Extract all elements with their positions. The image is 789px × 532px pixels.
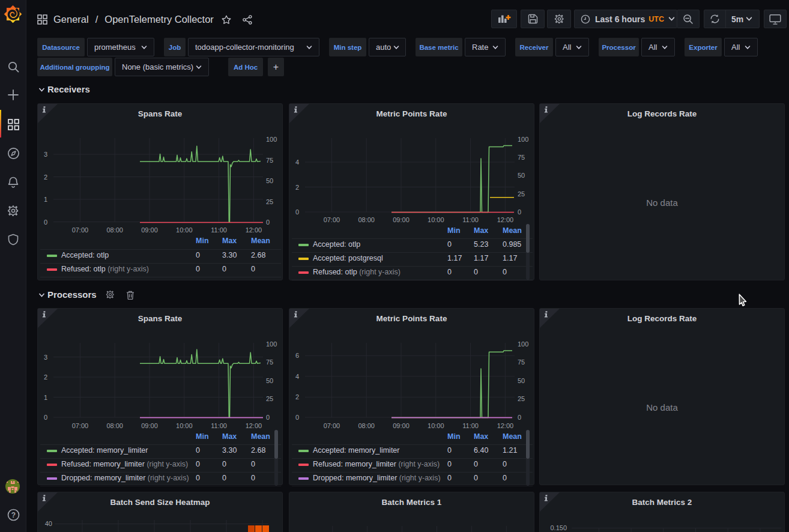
- svg-text:2: 2: [295, 184, 299, 191]
- svg-text:0: 0: [266, 414, 270, 421]
- svg-text:2: 2: [44, 373, 47, 381]
- svg-text:2: 2: [295, 393, 299, 401]
- svg-text:75: 75: [266, 358, 273, 366]
- svg-text:09:00: 09:00: [393, 422, 410, 429]
- svg-text:09:00: 09:00: [141, 422, 158, 429]
- svg-text:50: 50: [266, 377, 273, 384]
- svg-text:12:00: 12:00: [246, 226, 262, 234]
- svg-text:4: 4: [295, 373, 299, 380]
- svg-text:11:00: 11:00: [211, 226, 227, 234]
- svg-text:0: 0: [518, 414, 521, 421]
- svg-text:11:00: 11:00: [462, 422, 479, 429]
- svg-text:0.150: 0.150: [550, 524, 567, 531]
- svg-text:75: 75: [266, 157, 273, 164]
- svg-text:25: 25: [518, 395, 525, 402]
- svg-text:?: ?: [11, 511, 15, 519]
- svg-text:25: 25: [518, 190, 525, 198]
- svg-text:0: 0: [44, 414, 47, 421]
- svg-text:10:00: 10:00: [176, 422, 193, 429]
- svg-text:4: 4: [295, 159, 299, 166]
- svg-text:08:00: 08:00: [358, 216, 375, 223]
- svg-text:100: 100: [266, 136, 277, 143]
- svg-text:3: 3: [44, 354, 47, 361]
- svg-text:08:00: 08:00: [106, 226, 123, 234]
- svg-text:12:00: 12:00: [246, 422, 262, 429]
- svg-text:09:00: 09:00: [393, 216, 410, 223]
- svg-text:0: 0: [266, 219, 270, 226]
- svg-text:08:00: 08:00: [358, 422, 375, 429]
- svg-text:3: 3: [44, 151, 47, 158]
- svg-text:100: 100: [266, 340, 277, 348]
- svg-text:2: 2: [44, 174, 47, 181]
- svg-text:12:00: 12:00: [497, 216, 514, 223]
- svg-text:07:00: 07:00: [324, 422, 340, 429]
- svg-text:10:00: 10:00: [428, 422, 444, 429]
- svg-text:40: 40: [45, 520, 52, 527]
- svg-text:10:00: 10:00: [428, 216, 444, 223]
- svg-text:11:00: 11:00: [211, 422, 227, 429]
- svg-text:10:00: 10:00: [176, 226, 193, 234]
- svg-text:50: 50: [266, 177, 273, 184]
- svg-text:1: 1: [44, 196, 47, 203]
- svg-text:50: 50: [518, 377, 525, 384]
- svg-text:11:00: 11:00: [462, 216, 479, 223]
- svg-text:6: 6: [295, 352, 299, 359]
- svg-text:25: 25: [266, 395, 273, 402]
- svg-text:100: 100: [518, 136, 528, 143]
- svg-text:0: 0: [295, 414, 299, 421]
- svg-text:1: 1: [44, 394, 47, 401]
- svg-text:0: 0: [518, 208, 521, 216]
- svg-text:0: 0: [295, 208, 299, 216]
- svg-text:07:00: 07:00: [72, 226, 89, 234]
- svg-text:75: 75: [518, 154, 525, 161]
- svg-text:12:00: 12:00: [497, 422, 514, 429]
- svg-text:07:00: 07:00: [324, 216, 340, 223]
- svg-text:100: 100: [518, 340, 528, 348]
- svg-text:0: 0: [44, 219, 47, 226]
- svg-text:75: 75: [518, 358, 525, 366]
- svg-text:09:00: 09:00: [141, 226, 158, 234]
- svg-text:07:00: 07:00: [72, 422, 89, 429]
- svg-text:50: 50: [518, 172, 525, 179]
- svg-text:08:00: 08:00: [106, 422, 123, 429]
- svg-text:25: 25: [266, 198, 273, 205]
